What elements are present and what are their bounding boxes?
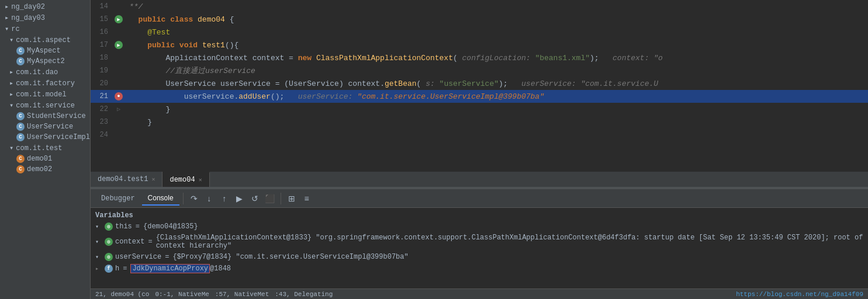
var-value-h-highlight: JdkDynamicAopProxy [130,264,210,273]
sidebar-item-com-it-test[interactable]: ▾ com.it.test [0,142,90,154]
var-icon-context: ⊙ [105,238,113,246]
line-num-15: 15 [91,15,113,23]
sidebar-item-ng-day02[interactable]: ▸ ng_day02 [0,1,90,12]
line-num-20: 20 [91,79,113,88]
restart-button[interactable]: ↺ [248,192,262,206]
sidebar-item-rc[interactable]: ▾ rc [0,23,90,34]
stop-button[interactable]: ⬛ [263,192,277,206]
class-label-demo01: demo01 [27,155,52,163]
code-content-16: @Test [125,28,868,37]
variable-row-userservice[interactable]: ▾ ⊙ userService = {$Proxy7@1834} "com.it… [91,251,868,263]
expand-arrow-userservice[interactable]: ▾ [95,253,102,260]
code-content-17: public void test1(){ [125,41,868,50]
line-num-18: 18 [91,54,113,62]
group-view-button[interactable]: ≡ [300,192,314,206]
code-line-16: 16 @Test [91,26,868,39]
sidebar-item-userservice[interactable]: C UserService [0,121,90,132]
run-icon-15[interactable]: ▶ [115,15,123,23]
sidebar-item-myaspect[interactable]: C MyAspect [0,46,90,56]
variable-row-this[interactable]: ▾ ⊙ this = {demo04@1835} [91,221,868,232]
stack-frame-3[interactable]: :57, NativeMet [215,291,269,298]
variable-row-context[interactable]: ▾ ⊙ context = {ClassPathXmlApplicationCo… [91,232,868,251]
console-tab[interactable]: Console [142,192,179,206]
code-line-18: 18 ApplicationContext context = new Clas… [91,51,868,64]
folder-icon-rc: ▾ [5,25,9,33]
sidebar-item-demo01[interactable]: C demo01 [0,154,90,164]
sidebar-item-studentservice[interactable]: C StudentService [0,111,90,121]
folder-icon-2: ▸ [5,13,9,22]
tab-demo04[interactable]: demo04 ✕ [162,172,209,187]
debugger-label: Debugger [95,192,141,205]
sidebar-item-com-it-factory[interactable]: ▸ com.it.factory [0,78,90,89]
arrow-22: ▷ [117,106,120,113]
stack-frame-1[interactable]: 21, demo04 (co [95,291,149,298]
package-icon-model: ▸ [9,90,13,99]
step-out-button[interactable]: ↑ [217,192,231,206]
line-num-22: 22 [91,105,113,113]
code-content-19: //直接通过userService [125,65,868,76]
toolbar-separator-2 [281,193,281,204]
step-over-button[interactable]: ↷ [187,192,201,206]
stack-frame-2[interactable]: 0:-1, NativeMe [155,291,209,298]
code-line-20: 20 UserService userService = (UserServic… [91,77,868,90]
var-icon-h: f [105,265,113,273]
folder-label-ng-day03: ng_day03 [11,14,45,22]
code-content-15: public class demo04 { [125,15,868,24]
sidebar-item-ng-day03[interactable]: ▸ ng_day03 [0,12,90,23]
var-equals-context: = [148,238,152,246]
breakpoint-icon-21[interactable]: ● [115,92,123,100]
line-num-24: 24 [91,131,113,139]
table-view-button[interactable]: ⊞ [285,192,299,206]
main-area: ▸ ng_day02 ▸ ng_day03 ▾ rc ▾ com.it.aspe… [0,0,868,299]
package-label-aspect: com.it.aspect [16,36,71,44]
sidebar-item-demo02[interactable]: C demo02 [0,164,90,175]
code-line-22: 22 ▷ } [91,103,868,116]
line-num-23: 23 [91,118,113,126]
code-line-21: 21 ● userService.addUser(); userService:… [91,90,868,103]
gutter-15: ▶ [113,15,125,23]
var-value-userservice: {$Proxy7@1834} "com.it.service.UserServi… [172,253,408,261]
expand-arrow-context[interactable]: ▾ [95,238,102,245]
status-url: https://blog.csdn.net/ng_d9a14f09 [736,291,863,298]
package-icon: ▾ [9,36,13,44]
package-label-model: com.it.model [16,91,66,99]
class-label-userserviceimpl: UserServiceImpl [27,133,90,141]
run-icon-17[interactable]: ▶ [115,41,123,49]
sidebar-item-com-it-dao[interactable]: ▸ com.it.dao [0,67,90,78]
code-line-23: 23 } [91,116,868,128]
line-num-19: 19 [91,67,113,75]
class-label-demo02: demo02 [27,165,52,173]
sidebar-item-com-it-aspect[interactable]: ▾ com.it.aspect [0,34,90,46]
variables-panel: Variables ▾ ⊙ this = {demo04@1835} ▾ ⊙ c… [91,208,868,288]
resume-button[interactable]: ▶ [233,192,247,206]
sidebar-item-myaspect2[interactable]: C MyAspect2 [0,56,90,67]
variable-row-h[interactable]: ▸ f h = JdkDynamicAopProxy@1848 [91,263,868,274]
tab-close-demo04[interactable]: ✕ [199,176,202,183]
line-num-14: 14 [91,2,113,11]
folder-icon: ▸ [5,2,9,11]
tab-close-demo04-test1[interactable]: ✕ [151,176,155,183]
code-content-23: } [125,118,868,127]
bottom-status-bar: 21, demo04 (co 0:-1, NativeMe :57, Nativ… [91,288,868,299]
bottom-panel: Debugger Console ↷ ↓ ↑ ▶ ↺ ⬛ ⊞ ≡ Variabl… [91,188,868,299]
class-icon-demo01: C [16,155,25,163]
sidebar-item-com-it-service[interactable]: ▾ com.it.service [0,100,90,111]
class-icon-myaspect: C [16,47,25,55]
expand-arrow-h[interactable]: ▸ [95,265,102,272]
code-content-21: userService.addUser(); userService: "com… [125,92,868,101]
expand-arrow-this[interactable]: ▾ [95,223,102,230]
var-name-this: this [115,222,132,231]
editor-area[interactable]: 14 **/ 15 ▶ public class demo04 { [91,0,868,172]
debug-stack-info: 21, demo04 (co 0:-1, NativeMe :57, Nativ… [95,291,333,298]
tab-label-demo04-test1: demo04.test1 [98,175,148,183]
class-label-myaspect2: MyAspect2 [27,57,65,65]
sidebar-item-userserviceimpl[interactable]: C UserServiceImpl [0,132,90,142]
folder-label-ng-day02: ng_day02 [11,3,45,11]
step-into-button[interactable]: ↓ [202,192,216,206]
code-line-24: 24 [91,128,868,141]
tab-demo04-test1[interactable]: demo04.test1 ✕ [91,172,162,187]
sidebar-item-com-it-model[interactable]: ▸ com.it.model [0,89,90,100]
stack-frame-4[interactable]: :43, Delegating [275,291,333,298]
code-content-20: UserService userService = (UserService) … [125,79,868,88]
sidebar: ▸ ng_day02 ▸ ng_day03 ▾ rc ▾ com.it.aspe… [0,0,91,299]
